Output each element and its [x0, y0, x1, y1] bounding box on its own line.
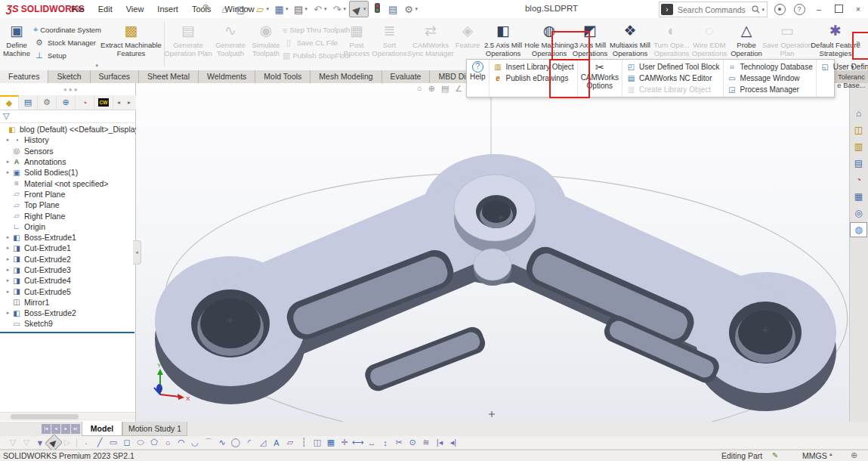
tab-scroll-right[interactable]: ▸	[124, 95, 134, 110]
dimxpert-manager-tab[interactable]: ⊕	[57, 95, 76, 110]
task-document-search-button[interactable]: ◎	[850, 206, 867, 221]
panel-collapse-arrow[interactable]: ◂	[133, 240, 141, 265]
undo-button[interactable]: ↶▾	[310, 2, 329, 17]
print-caret-icon[interactable]: ▾	[305, 6, 308, 12]
line-button[interactable]: ╱	[93, 438, 107, 447]
options-button[interactable]: ⚙▾	[402, 2, 420, 17]
tree-item-sketch9[interactable]: ▭Sketch9	[0, 318, 136, 329]
tab-evaluate[interactable]: Evaluate	[382, 70, 431, 83]
section-view-icon[interactable]: ∠	[455, 84, 462, 94]
search-box[interactable]: › ▾	[659, 2, 768, 17]
tree-item-cut-extrude2[interactable]: ▸◨Cut-Extrude2	[0, 254, 136, 265]
camworks-options-button[interactable]: ✂CAMWorksOptions	[578, 60, 622, 97]
tab-sketch[interactable]: Sketch	[48, 70, 90, 83]
task-appearances-button[interactable]: ◔	[850, 172, 867, 187]
tree-item-front-plane[interactable]: ▱Front Plane	[0, 189, 136, 200]
define-machine-button[interactable]: ▣DefineMachine	[0, 18, 33, 70]
first-tab-button[interactable]: |◂	[42, 424, 51, 434]
offset-entities-button[interactable]: ≋	[419, 438, 433, 447]
configuration-manager-tab[interactable]: ⚙	[38, 95, 57, 110]
three-point-arc-button[interactable]: ⌒	[202, 437, 215, 448]
tree-item-solid-bodies-1-[interactable]: ▸▣Solid Bodies(1)	[0, 167, 136, 178]
next-tab-button[interactable]: ▸	[61, 424, 70, 434]
ellipse-button[interactable]: ◯	[229, 438, 242, 447]
options-caret-icon[interactable]: ▾	[415, 6, 419, 12]
select-arrow-button[interactable]: ▶	[45, 433, 63, 451]
tree-item-boss-extrude1[interactable]: ▸◧Boss-Extrude1	[0, 232, 136, 243]
corner-rectangle-button[interactable]: ▭	[107, 438, 120, 447]
last-tab-button[interactable]: ▸|	[71, 424, 80, 434]
extract-machinable-features-button[interactable]: ▩Extract MachinableFeatures	[98, 18, 164, 70]
filter-ghost-a-button[interactable]: ▽	[6, 438, 20, 447]
open-button[interactable]: ▱▾	[253, 2, 271, 17]
tab-model[interactable]: Model	[82, 422, 122, 436]
feature-manager-tab[interactable]: ◆	[0, 95, 19, 110]
process-manager-menu-item[interactable]: ◲Process Manager	[727, 84, 813, 95]
help-button[interactable]: ?	[789, 4, 809, 15]
graphics-viewport[interactable]: ○ ⊕ ▤ ∠	[136, 83, 849, 422]
vertical-dimension-button[interactable]: ↕	[378, 438, 392, 447]
straight-slot-button[interactable]: ⬭	[134, 438, 147, 447]
part-3d-view[interactable]: Y X	[136, 83, 849, 422]
tree-item-cut-extrude1[interactable]: ▸◨Cut-Extrude1	[0, 243, 136, 253]
save-button[interactable]: ▦▾	[272, 2, 290, 17]
task-design-library-button[interactable]: ▥	[850, 139, 867, 154]
undo-caret-icon[interactable]: ▾	[324, 6, 327, 12]
pin-icon[interactable]: ⚲	[202, 3, 209, 13]
menu-insert[interactable]: Insert	[151, 2, 184, 16]
expand-arrow-icon[interactable]: ▸	[5, 256, 11, 262]
technology-database-menu-item[interactable]: ⌗Technology Database	[727, 61, 813, 73]
rollback-bar[interactable]	[0, 332, 134, 333]
close-button[interactable]: ×	[848, 5, 868, 14]
ribbon-overflow-chevron[interactable]: »	[856, 39, 860, 47]
tab-mesh-modeling[interactable]: Mesh Modeling	[310, 70, 381, 83]
linear-pattern-button[interactable]: ▦	[324, 438, 338, 447]
tab-sheet-metal[interactable]: Sheet Metal	[139, 70, 199, 83]
menu-edit[interactable]: Edit	[92, 2, 119, 16]
tab-motion-study[interactable]: Motion Study 1	[122, 422, 187, 436]
minimize-button[interactable]: –	[809, 5, 829, 14]
text-button[interactable]: A	[270, 438, 283, 447]
tree-item-cut-extrude4[interactable]: ▸◨Cut-Extrude4	[0, 275, 136, 286]
tree-item-annotations[interactable]: ▸AAnnotations	[0, 156, 136, 167]
tree-item-material-not-specified-[interactable]: ≡Material <not specified>	[0, 178, 136, 188]
property-manager-tab[interactable]: ▤	[19, 95, 38, 110]
user-defined-tool-holder-menu-item[interactable]: ◱User Defined Tool/Holder	[820, 61, 868, 73]
user-defined-tool-block-menu-item[interactable]: ◰User Defined Tool Block	[626, 61, 720, 73]
spline-button[interactable]: ∿	[215, 438, 229, 447]
convert-entities-button[interactable]: ⊙	[406, 438, 419, 447]
view-settings-icon[interactable]: ▤	[441, 84, 449, 94]
message-window-menu-item[interactable]: ▭Message Window	[727, 73, 813, 84]
next-toolbar-button[interactable]: ◂|	[446, 438, 460, 447]
chamfer-button[interactable]: ◿	[256, 438, 270, 447]
prev-tab-button[interactable]: ◂	[51, 424, 60, 434]
task-solidworks-resources-button[interactable]: ◫	[850, 122, 867, 138]
task-home-button[interactable]: ⌂	[850, 106, 867, 121]
coordinate-system-button[interactable]: ⌖Coordinate System	[33, 23, 98, 36]
zoom-area-icon[interactable]: ⊕	[428, 84, 435, 94]
tree-item-top-plane[interactable]: ▱Top Plane	[0, 200, 136, 210]
tangent-arc-button[interactable]: ◡	[188, 438, 202, 447]
restore-button[interactable]	[829, 5, 848, 14]
print-button[interactable]: ▤▾	[292, 2, 310, 17]
fillet-button[interactable]: ◜	[242, 438, 256, 447]
task-3d-content-central-button[interactable]: ◍	[850, 222, 867, 237]
home-button[interactable]: ⌂	[218, 2, 232, 17]
tree-item-cut-extrude3[interactable]: ▸◨Cut-Extrude3	[0, 265, 136, 275]
select-button[interactable]: ▶▾	[349, 1, 369, 17]
filter-ghost-b-button[interactable]: ▽	[20, 438, 33, 447]
expand-arrow-icon[interactable]: ▸	[5, 277, 11, 283]
tree-item-sensors[interactable]: ◎Sensors	[0, 146, 136, 156]
panel-grip[interactable]: ●●●	[63, 86, 79, 93]
select-ghost-button[interactable]: ▷	[60, 438, 74, 447]
insert-library-object-menu-item[interactable]: ▥Insert Library Object	[493, 61, 574, 73]
tree-horizontal-scrollbar[interactable]	[0, 412, 135, 421]
tree-item-history[interactable]: ▸◔History	[0, 135, 136, 145]
units-caret-icon[interactable]: ▴	[829, 451, 832, 457]
search-input[interactable]	[676, 5, 750, 15]
expand-arrow-icon[interactable]: ▸	[5, 159, 11, 165]
tab-mold-tools[interactable]: Mold Tools	[255, 70, 310, 83]
tag-icon[interactable]: ✎	[772, 451, 778, 459]
plane-button[interactable]: ▱	[283, 438, 297, 447]
trim-entities-button[interactable]: ✂	[392, 438, 406, 447]
